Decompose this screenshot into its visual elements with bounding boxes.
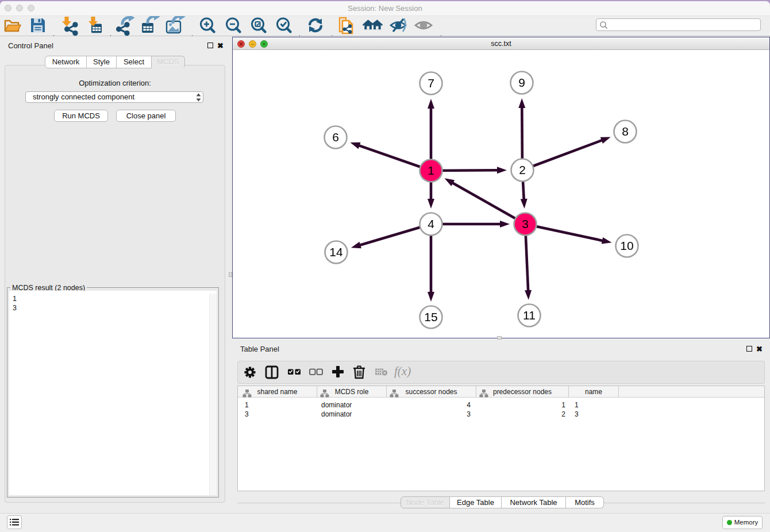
svg-text:11: 11: [523, 309, 536, 322]
svg-text:14: 14: [329, 245, 343, 259]
svg-text:8: 8: [622, 125, 629, 138]
svg-text:4: 4: [428, 217, 434, 230]
svg-text:9: 9: [518, 76, 525, 89]
svg-text:7: 7: [428, 76, 434, 90]
svg-text:2: 2: [519, 163, 526, 176]
svg-text:6: 6: [332, 130, 339, 144]
svg-text:10: 10: [620, 239, 633, 252]
svg-text:15: 15: [424, 310, 437, 323]
svg-text:3: 3: [522, 217, 529, 230]
svg-text:1: 1: [428, 164, 434, 177]
